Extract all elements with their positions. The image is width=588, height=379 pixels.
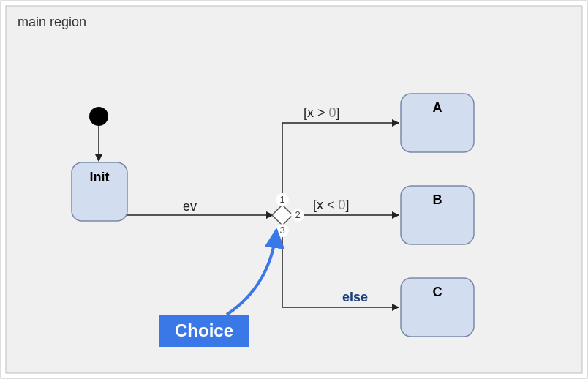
transition-guard-xlt0-label: [x < 0] <box>313 198 350 212</box>
choice-port-2-label: 2 <box>295 209 300 220</box>
transition-guard-xgt0-label: [x > 0] <box>304 105 340 120</box>
transition-ev-label: ev <box>183 199 197 214</box>
region-title: main region <box>18 15 86 29</box>
annotation-choice-label: Choice <box>175 320 233 340</box>
state-B-label: B <box>433 192 442 207</box>
choice-port-1-label: 1 <box>279 194 284 205</box>
choice-port-3-label: 3 <box>279 225 284 236</box>
state-C-label: C <box>433 285 442 299</box>
transition-else-label: else <box>342 290 368 304</box>
state-init-label: Init <box>90 170 110 184</box>
state-A-label: A <box>433 100 442 115</box>
initial-state-icon <box>89 107 108 126</box>
